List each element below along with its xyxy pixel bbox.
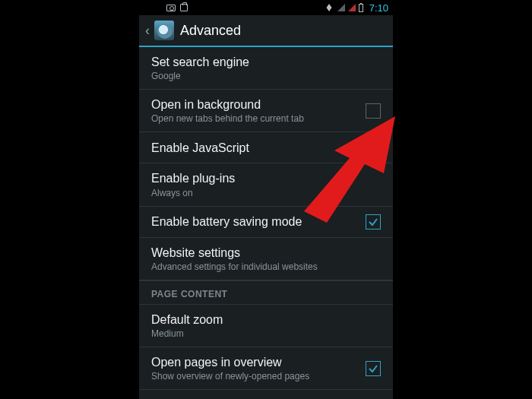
wifi-icon — [324, 4, 334, 11]
section-header-page-content: PAGE CONTENT — [139, 280, 393, 305]
item-value: Always on — [151, 188, 381, 198]
header-bar: ‹ Advanced — [139, 15, 393, 47]
item-battery-saving-mode[interactable]: Enable battery saving mode — [139, 207, 393, 238]
item-open-pages-overview[interactable]: Open pages in overview Show overview of … — [139, 347, 393, 390]
app-icon — [154, 21, 174, 40]
checkbox-open-in-background[interactable] — [366, 103, 381, 119]
checkbox-battery-saving-mode[interactable] — [366, 214, 381, 230]
item-value: Google — [151, 71, 381, 81]
item-subtitle: Advanced settings for individual website… — [151, 261, 381, 272]
item-title: Website settings — [151, 245, 381, 260]
section-title: PAGE CONTENT — [151, 289, 381, 299]
item-title: Enable battery saving mode — [151, 214, 358, 229]
item-title: Default zoom — [151, 312, 381, 327]
battery-icon — [359, 4, 363, 12]
status-bar: 7:10 — [139, 0, 393, 15]
item-subtitle: Show overview of newly-opened pages — [151, 371, 358, 382]
camera-icon — [166, 5, 176, 11]
item-title: Set search engine — [151, 55, 381, 69]
signal-roaming-icon — [348, 4, 356, 11]
item-title: Open pages in overview — [151, 355, 358, 369]
checkbox-open-pages-overview[interactable] — [366, 361, 381, 376]
item-set-search-engine[interactable]: Set search engine Google — [139, 47, 393, 90]
item-title: Enable plug-ins — [151, 171, 381, 185]
item-subtitle: Open new tabs behind the current tab — [151, 113, 358, 124]
page-title: Advanced — [180, 23, 241, 39]
signal-icon — [337, 4, 345, 11]
item-enable-javascript[interactable]: Enable JavaScript — [139, 132, 393, 163]
clock: 7:10 — [369, 2, 388, 14]
item-enable-plugins[interactable]: Enable plug-ins Always on — [139, 163, 393, 206]
store-icon — [180, 4, 188, 11]
checkbox-enable-javascript[interactable] — [366, 140, 381, 155]
settings-list[interactable]: Set search engine Google Open in backgro… — [139, 47, 393, 399]
phone-frame: 7:10 ‹ Advanced Set search engine Google… — [139, 0, 393, 399]
item-website-settings[interactable]: Website settings Advanced settings for i… — [139, 238, 393, 280]
item-default-zoom[interactable]: Default zoom Medium — [139, 305, 393, 347]
item-title: Open in background — [151, 97, 358, 112]
back-icon[interactable]: ‹ — [145, 23, 150, 39]
item-value: Medium — [151, 328, 381, 339]
item-title: Enable JavaScript — [151, 141, 358, 155]
item-open-in-background[interactable]: Open in background Open new tabs behind … — [139, 90, 393, 132]
